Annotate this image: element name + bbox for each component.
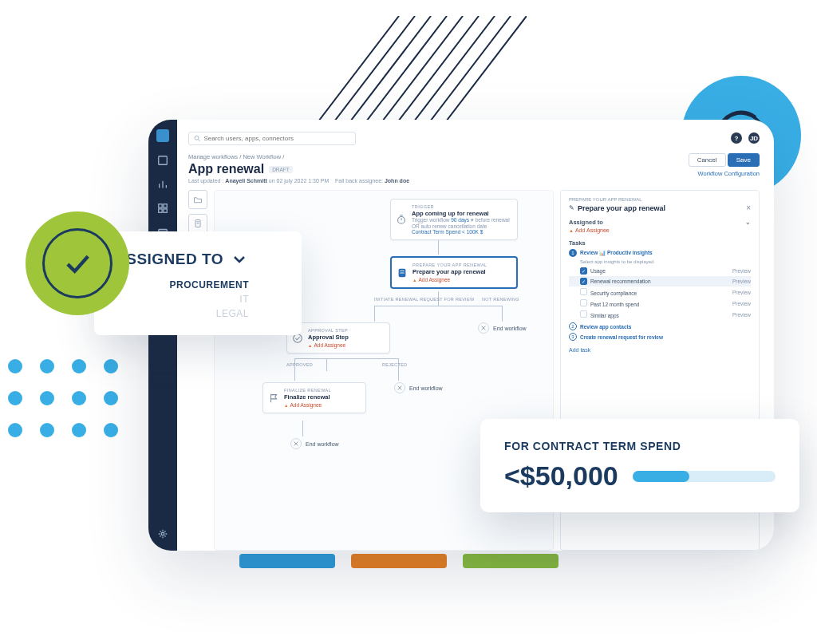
svg-point-18 [161, 532, 164, 535]
search-icon [194, 135, 200, 142]
brand-logo-icon[interactable] [156, 129, 169, 142]
status-badge: DRAFT [269, 166, 293, 173]
node-end-workflow-3[interactable]: End workflow [290, 438, 339, 449]
add-assignee-link[interactable]: Add Assignee [412, 277, 510, 282]
decorative-under-bars [239, 554, 558, 568]
document-icon [396, 267, 408, 279]
assigned-opt-legal[interactable]: LEGAL [115, 308, 249, 319]
contract-spend-amount: <$50,000 [504, 460, 618, 492]
search-input[interactable] [188, 132, 356, 145]
page-meta: Last updated : Anayeli Schmitt on 02 jul… [188, 178, 409, 184]
insight-usage[interactable]: UsagePreview [569, 266, 751, 276]
node-finalize-renewal[interactable]: FINALIZE RENEWAL Finalize renewal Add As… [262, 382, 366, 413]
node-end-workflow-2[interactable]: End workflow [394, 382, 443, 393]
svg-rect-12 [159, 204, 162, 207]
flag-icon [267, 392, 280, 405]
branch-label-rejected: REJECTED [382, 362, 407, 367]
tool-folder-button[interactable] [188, 190, 207, 209]
chevron-down-icon[interactable]: ⌄ [745, 219, 751, 226]
nav-grid-icon[interactable] [157, 203, 168, 214]
check-icon [60, 246, 95, 281]
svg-rect-14 [159, 209, 162, 212]
timer-icon [395, 213, 408, 226]
node-prepare-renewal[interactable]: PREPARE YOUR APP RENEWAL Prepare your ap… [390, 256, 518, 289]
assigned-to-title[interactable]: ASSIGNED TO [115, 251, 281, 268]
breadcrumb[interactable]: Manage workflows / New Workflow / [188, 153, 409, 160]
panel-add-assignee-link[interactable]: Add Assignee [569, 227, 751, 233]
insight-similar-apps[interactable]: Similar appsPreview [569, 309, 751, 320]
task-review-insights[interactable]: 1 Review 📊 Productiv insights [569, 249, 751, 257]
decorative-dot-grid [8, 359, 118, 437]
task-review-app-contacts[interactable]: 2Review app contacts [569, 322, 751, 330]
insight-past-12-month-spend[interactable]: Past 12 month spendPreview [569, 298, 751, 309]
add-assignee-link[interactable]: Add Assignee [308, 342, 383, 348]
branch-label-not-renewing: NOT RENEWING [482, 297, 519, 302]
assigned-opt-procurement[interactable]: PROCUREMENT [115, 279, 249, 290]
nav-settings-icon[interactable] [157, 528, 168, 539]
cancel-button[interactable]: Cancel [689, 153, 726, 167]
branch-label-initiate: INITIATE RENEWAL REQUEST FOR REVIEW [374, 297, 474, 302]
tool-document-button[interactable] [188, 214, 207, 233]
search-field[interactable] [203, 135, 350, 142]
branch-label-approved: APPROVED [286, 362, 313, 367]
nav-analytics-icon[interactable] [157, 179, 168, 190]
add-task-link[interactable]: Add task [569, 347, 751, 353]
task-create-renewal-request[interactable]: 3Create renewal request for review [569, 333, 751, 341]
contract-spend-label: FOR CONTRACT TERM SPEND [504, 440, 776, 452]
insight-security-compliance[interactable]: Security compliancePreview [569, 286, 751, 298]
insight-renewal-recommendation[interactable]: Renewal recommendationPreview [569, 276, 751, 286]
panel-eyebrow: PREPARE YOUR APP RENEWAL [569, 197, 751, 202]
panel-step-icon: ✎ [569, 204, 574, 211]
page-title: App renewal [188, 162, 264, 176]
node-approval-step[interactable]: APPROVAL STEP Approval Step Add Assignee [286, 322, 390, 354]
panel-title: Prepare your app renewal [578, 204, 665, 212]
svg-rect-13 [164, 204, 167, 207]
node-trigger[interactable]: TRIGGER App coming up for renewal Trigge… [390, 199, 518, 240]
top-bar: ? JD [188, 128, 760, 148]
workflow-configuration-link[interactable]: Workflow Configuration [689, 170, 760, 177]
contract-spend-card: FOR CONTRACT TERM SPEND <$50,000 [480, 419, 799, 512]
svg-rect-15 [164, 209, 167, 212]
panel-tasks-label: Tasks [569, 239, 751, 247]
save-button[interactable]: Save [728, 153, 760, 167]
spend-slider[interactable] [633, 471, 776, 482]
svg-point-19 [195, 136, 199, 140]
svg-rect-11 [159, 156, 168, 165]
close-panel-icon[interactable]: × [746, 203, 751, 212]
help-icon[interactable]: ? [731, 132, 742, 144]
app-sidebar [148, 120, 177, 551]
assigned-opt-it[interactable]: IT [115, 294, 249, 305]
user-avatar-icon[interactable]: JD [748, 132, 760, 144]
node-end-workflow-1[interactable]: End workflow [478, 322, 527, 334]
add-assignee-link[interactable]: Add Assignee [284, 402, 359, 408]
nav-home-icon[interactable] [157, 155, 168, 166]
chevron-down-icon [231, 251, 247, 267]
success-check-badge [26, 211, 129, 315]
svg-line-20 [199, 139, 200, 140]
